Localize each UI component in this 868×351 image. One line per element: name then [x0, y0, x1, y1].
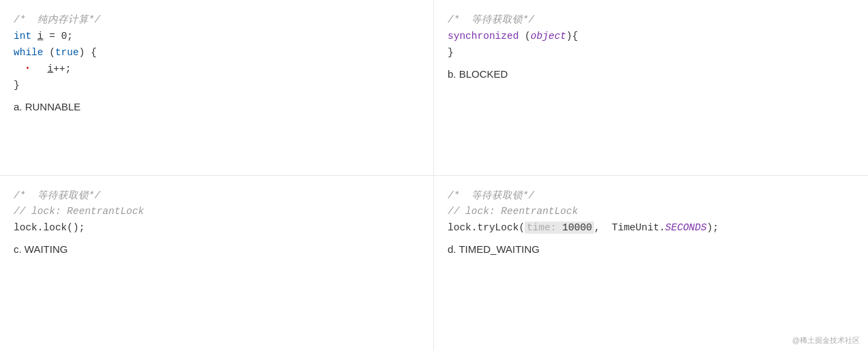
cell-b: /* 等待获取锁*/ synchronized (object){ } b. B…	[434, 0, 868, 176]
code-block-c: /* 等待获取锁*/ // lock: ReentrantLock lock.l…	[14, 188, 420, 237]
param-name-time: time:	[527, 222, 557, 233]
cell-c: /* 等待获取锁*/ // lock: ReentrantLock lock.l…	[0, 176, 434, 352]
main-grid: /* 纯内存计算*/ int i = 0; while (true) { • i…	[0, 0, 868, 351]
comment-d1: /* 等待获取锁*/	[448, 190, 534, 201]
code-block-b: /* 等待获取锁*/ synchronized (object){ }	[448, 12, 854, 61]
label-a: a. RUNNABLE	[14, 101, 420, 112]
comment-d2: // lock: ReentrantLock	[448, 206, 578, 217]
comment-c2: // lock: ReentrantLock	[14, 206, 144, 217]
var-i-pp: i	[48, 63, 54, 74]
method-lock: lock	[44, 222, 67, 233]
bullet-dot: •	[25, 65, 29, 72]
method-trylock: tryLock	[478, 222, 519, 233]
label-d: d. TIMED_WAITING	[448, 243, 854, 255]
cell-d: /* 等待获取锁*/ // lock: ReentrantLock lock.t…	[434, 176, 868, 352]
var-i: i	[37, 31, 44, 42]
param-highlight: time: 10000	[525, 222, 594, 234]
code-lock-trylock: lock	[448, 222, 471, 233]
code-block-d: /* 等待获取锁*/ // lock: ReentrantLock lock.t…	[448, 188, 854, 237]
code-block-a: /* 纯内存计算*/ int i = 0; while (true) { • i…	[14, 12, 420, 94]
code-lock-lock: lock	[14, 222, 37, 233]
cell-a: /* 纯内存计算*/ int i = 0; while (true) { • i…	[0, 0, 434, 176]
comment-a: /* 纯内存计算*/	[14, 14, 100, 25]
seconds-italic: SECONDS	[665, 222, 707, 233]
timeunit: TimeUnit	[612, 222, 660, 233]
param-object: object	[531, 31, 566, 42]
comment-b: /* 等待获取锁*/	[448, 14, 534, 25]
comment-c1: /* 等待获取锁*/	[14, 190, 100, 201]
keyword-while: while	[14, 47, 44, 58]
watermark: @稀土掘金技术社区	[792, 335, 860, 346]
param-val-10000: 10000	[557, 222, 592, 233]
keyword-int: int	[14, 31, 31, 42]
keyword-true: true	[55, 47, 79, 58]
label-b: b. BLOCKED	[448, 68, 854, 80]
keyword-synchronized: synchronized	[448, 31, 518, 42]
label-c: c. WAITING	[14, 243, 420, 255]
